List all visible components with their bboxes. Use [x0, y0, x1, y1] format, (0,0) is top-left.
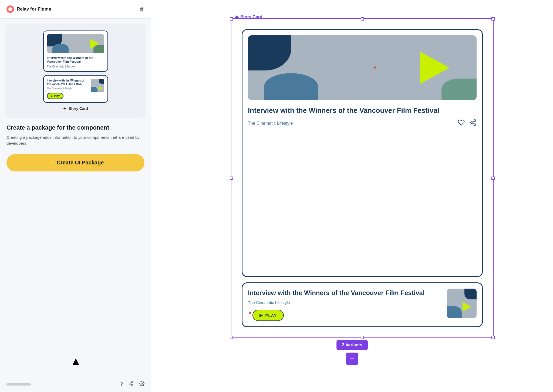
- small-card-v2: Interview with the Winners of the Vancou…: [43, 75, 108, 103]
- handle-mid-bottom[interactable]: [361, 336, 364, 339]
- story-card-name: Story Card: [240, 15, 262, 19]
- red-dot-v2: [249, 312, 251, 314]
- panel-title: Relay for Figma: [17, 6, 51, 12]
- settings-icon[interactable]: [139, 381, 144, 388]
- play-label-small: Play: [54, 94, 60, 97]
- description-area: Create a package for the component Creat…: [0, 123, 151, 177]
- like-icon[interactable]: [458, 119, 465, 128]
- large-play-button[interactable]: ▶ PLAY: [252, 310, 284, 321]
- svg-point-5: [141, 383, 143, 384]
- small-card-v2-subtitle: The Cinematic Lifestyle: [47, 87, 88, 90]
- handle-mid-right[interactable]: [491, 177, 495, 180]
- component-name: Story Card: [69, 106, 88, 111]
- preview-area: Interview with the Winners of the Vancou…: [5, 24, 146, 118]
- handle-mid-top[interactable]: [361, 17, 364, 21]
- play-triangle-v1: [90, 39, 99, 49]
- story-card-label: ◆ Story Card: [235, 14, 262, 20]
- svg-line-3: [130, 384, 132, 385]
- large-card-v2-title: Interview with the Winners of the Vancou…: [248, 289, 441, 297]
- share-icon-v1[interactable]: [470, 119, 477, 128]
- large-card-v1-footer: The Cinematic Lifestyle: [248, 119, 477, 128]
- small-card-v1-title: Interview with the Winners of the Vancou…: [47, 56, 104, 64]
- svg-line-10: [472, 121, 474, 122]
- share-icon[interactable]: [128, 381, 134, 388]
- blob2: [52, 44, 69, 53]
- large-card-v1-title: Interview with the Winners of the Vancou…: [248, 106, 477, 115]
- large-card-v2-thumb: [447, 289, 477, 318]
- lc-play-triangle: [420, 52, 450, 84]
- panel-header: Relay for Figma 🗑: [0, 0, 151, 19]
- panel-footer: ?: [0, 377, 151, 392]
- handle-bottom-right[interactable]: [491, 336, 495, 339]
- large-card-v2: Interview with the Winners of the Vancou…: [242, 282, 483, 327]
- lc-actions: [458, 119, 477, 128]
- left-panel: Relay for Figma 🗑 Interview with the Win…: [0, 0, 151, 392]
- relay-logo-inner: [8, 7, 12, 11]
- variants-badge: 2 Variants: [336, 340, 368, 350]
- add-icon: +: [350, 354, 354, 363]
- lc-blob2: [264, 73, 318, 100]
- t2-play: [463, 302, 471, 312]
- t-blob1: [99, 79, 104, 84]
- panel-header-left: Relay for Figma: [6, 5, 51, 13]
- large-card-v1-image: [248, 35, 477, 100]
- variants-label: 2 Variants: [342, 343, 362, 347]
- create-btn-label: Create UI Package: [57, 160, 104, 166]
- sparkle-icon: ✦: [63, 106, 66, 111]
- card-image-v1: [47, 34, 104, 53]
- lc-blob1: [248, 35, 291, 70]
- handle-top-right[interactable]: [491, 17, 495, 21]
- small-card-v1: Interview with the Winners of the Vancou…: [43, 31, 108, 72]
- component-label: ✦ Story Card: [63, 106, 88, 111]
- t-blob2: [91, 87, 97, 92]
- right-panel: ◆ Story Card Interview with the Winners …: [151, 0, 553, 392]
- large-card-v1-subtitle: The Cinematic Lifestyle: [248, 121, 293, 126]
- card-v2-text: Interview with the Winners of the Vancou…: [47, 79, 88, 99]
- large-play-icon: ▶: [259, 313, 263, 318]
- large-card-v2-text: Interview with the Winners of the Vancou…: [248, 289, 441, 321]
- large-card-v2-subtitle: The Cinematic Lifestyle: [248, 300, 441, 305]
- handle-top-left[interactable]: [230, 17, 233, 21]
- trash-icon[interactable]: 🗑: [139, 6, 144, 12]
- relay-logo: [6, 5, 14, 13]
- card-v2-thumb: [91, 79, 104, 92]
- create-btn-icon: ✨: [47, 160, 54, 166]
- svg-line-9: [472, 123, 474, 124]
- description-body: Creating a package adds information to y…: [6, 134, 144, 147]
- large-cards-container: Interview with the Winners of the Vancou…: [236, 24, 488, 333]
- cursor: ▲: [70, 355, 82, 368]
- svg-line-4: [130, 382, 132, 383]
- description-heading: Create a package for the component: [6, 124, 144, 131]
- t2-blob2: [447, 306, 462, 318]
- add-variant-button[interactable]: +: [346, 353, 358, 365]
- small-card-v1-subtitle: The Cinematic Lifestyle: [47, 65, 104, 68]
- diamond-icon: ◆: [235, 14, 239, 20]
- red-dot-v1: [374, 66, 376, 69]
- small-card-v2-title: Interview with the Winners of the Vancou…: [47, 79, 88, 86]
- large-play-label: PLAY: [265, 313, 277, 318]
- small-play-button[interactable]: ▶ Play: [47, 93, 64, 99]
- t-play: [99, 86, 103, 90]
- handle-bottom-left[interactable]: [230, 336, 233, 339]
- handle-mid-left[interactable]: [230, 177, 233, 180]
- t2-blob1: [464, 289, 477, 299]
- help-icon[interactable]: ?: [120, 381, 123, 387]
- create-ui-package-button[interactable]: ✨ Create UI Package: [6, 154, 144, 171]
- footer-scroll[interactable]: [6, 383, 31, 386]
- footer-icons: ?: [120, 381, 144, 388]
- play-icon-small: ▶: [51, 94, 53, 97]
- card-v2-row: Interview with the Winners of the Vancou…: [47, 79, 104, 99]
- large-card-v1: Interview with the Winners of the Vancou…: [242, 29, 483, 277]
